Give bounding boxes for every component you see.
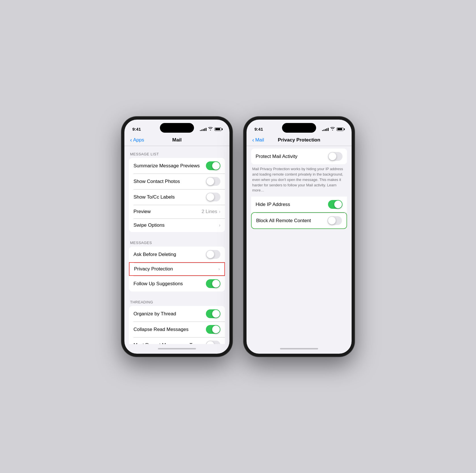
section-header-messages: MESSAGES xyxy=(124,234,229,247)
row-label-privacy-protection: Privacy Protection xyxy=(134,266,218,272)
settings-group-messages: Ask Before Deleting Privacy Protection ›… xyxy=(129,247,225,291)
back-chevron-2: ‹ xyxy=(252,137,254,143)
status-icons-1 xyxy=(200,127,222,131)
phone-1: 9:41 ‹ Apps xyxy=(122,117,232,357)
row-label-ask-delete: Ask Before Deleting xyxy=(133,252,206,257)
settings-group-threading: Organize by Thread Collapse Read Message… xyxy=(129,306,225,344)
toggle-follow-up[interactable] xyxy=(206,279,220,288)
privacy-protection-chevron: › xyxy=(218,266,220,272)
preview-detail: 2 Lines xyxy=(202,209,217,214)
content-2: Protect Mail Activity Mail Privacy Prote… xyxy=(247,146,352,344)
row-follow-up[interactable]: Follow Up Suggestions xyxy=(129,276,225,291)
row-label-contact-photos: Show Contact Photos xyxy=(133,179,206,184)
protect-mail-group: Protect Mail Activity xyxy=(251,149,347,164)
back-button-2[interactable]: ‹ Mail xyxy=(252,137,264,143)
battery-icon-1 xyxy=(214,128,222,131)
row-label-collapse-read: Collapse Read Messages xyxy=(133,327,206,332)
row-label-tocc-labels: Show To/Cc Labels xyxy=(133,194,206,200)
row-label-swipe-options: Swipe Options xyxy=(133,222,219,228)
home-indicator-1 xyxy=(124,344,229,354)
row-protect-mail[interactable]: Protect Mail Activity xyxy=(251,149,347,164)
nav-title-2: Privacy Protection xyxy=(278,137,320,143)
nav-bar-1: ‹ Apps Mail xyxy=(124,135,229,146)
signal-icon-2 xyxy=(322,128,329,131)
row-preview[interactable]: Preview 2 Lines › xyxy=(129,205,225,218)
row-hide-ip[interactable]: Hide IP Address xyxy=(251,197,347,212)
toggle-protect-mail[interactable] xyxy=(328,152,343,161)
settings-group-message-list: Summarize Message Previews Show Contact … xyxy=(129,158,225,232)
battery-icon-2 xyxy=(337,128,344,131)
wifi-icon-1 xyxy=(208,127,213,131)
status-icons-2 xyxy=(322,127,344,131)
toggle-most-recent[interactable] xyxy=(206,341,220,344)
row-collapse-read[interactable]: Collapse Read Messages xyxy=(129,322,225,337)
toggle-tocc-labels[interactable] xyxy=(206,193,220,201)
row-summarize[interactable]: Summarize Message Previews xyxy=(129,158,225,174)
back-chevron-1: ‹ xyxy=(130,137,132,143)
row-block-remote[interactable]: Block All Remote Content xyxy=(251,212,347,229)
home-indicator-2 xyxy=(247,344,352,354)
row-label-most-recent: Most Recent Message on Top xyxy=(133,342,206,344)
toggle-ask-delete[interactable] xyxy=(206,250,220,259)
row-label-hide-ip: Hide IP Address xyxy=(256,202,328,207)
row-most-recent[interactable]: Most Recent Message on Top xyxy=(129,337,225,344)
row-privacy-protection[interactable]: Privacy Protection › xyxy=(129,262,225,276)
row-swipe-options[interactable]: Swipe Options › xyxy=(129,218,225,232)
section-header-threading: THREADING xyxy=(124,294,229,306)
protect-mail-description: Mail Privacy Protection works by hiding … xyxy=(247,164,352,197)
row-label-organize-thread: Organize by Thread xyxy=(133,311,206,317)
back-label-2: Mail xyxy=(255,137,264,143)
row-organize-thread[interactable]: Organize by Thread xyxy=(129,306,225,322)
wifi-icon-2 xyxy=(330,127,335,131)
dynamic-island-1 xyxy=(160,123,194,133)
toggle-block-remote[interactable] xyxy=(327,216,342,225)
row-label-block-remote: Block All Remote Content xyxy=(256,218,327,224)
row-label-preview: Preview xyxy=(133,209,202,214)
content-1: MESSAGE LIST Summarize Message Previews … xyxy=(124,146,229,344)
back-button-1[interactable]: ‹ Apps xyxy=(130,137,144,143)
row-label-follow-up: Follow Up Suggestions xyxy=(133,281,206,287)
row-tocc-labels[interactable]: Show To/Cc Labels xyxy=(129,189,225,205)
privacy-options-group: Hide IP Address Block All Remote Content xyxy=(251,197,347,229)
nav-title-1: Mail xyxy=(172,137,181,143)
phone-2: 9:41 ‹ Mail xyxy=(244,117,354,357)
signal-icon-1 xyxy=(200,128,206,131)
dynamic-island-2 xyxy=(282,123,316,133)
toggle-contact-photos[interactable] xyxy=(206,177,220,186)
row-label-summarize: Summarize Message Previews xyxy=(133,163,206,169)
row-label-protect-mail: Protect Mail Activity xyxy=(256,154,328,159)
toggle-collapse-read[interactable] xyxy=(206,325,220,334)
toggle-hide-ip[interactable] xyxy=(328,200,343,209)
status-time-1: 9:41 xyxy=(132,127,141,132)
back-label-1: Apps xyxy=(133,137,144,143)
status-time-2: 9:41 xyxy=(254,127,263,132)
swipe-chevron: › xyxy=(219,223,220,228)
row-contact-photos[interactable]: Show Contact Photos xyxy=(129,174,225,189)
row-ask-delete[interactable]: Ask Before Deleting xyxy=(129,247,225,262)
toggle-summarize[interactable] xyxy=(206,161,220,170)
toggle-organize-thread[interactable] xyxy=(206,309,220,318)
section-header-message-list: MESSAGE LIST xyxy=(124,146,229,158)
row-right-preview: 2 Lines › xyxy=(202,209,220,214)
preview-chevron: › xyxy=(219,209,220,214)
nav-bar-2: ‹ Mail Privacy Protection xyxy=(247,135,352,146)
